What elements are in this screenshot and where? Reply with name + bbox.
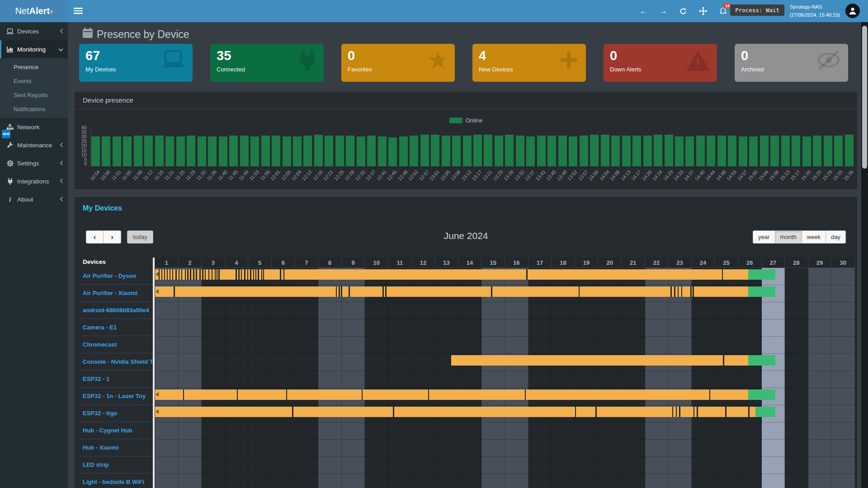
avatar[interactable] bbox=[845, 4, 860, 18]
next-month-button[interactable]: › bbox=[104, 230, 121, 244]
day-header-cell[interactable]: 29 bbox=[808, 258, 832, 267]
weekend-column[interactable] bbox=[831, 268, 855, 488]
presence-bar-online[interactable] bbox=[155, 286, 748, 297]
device-link[interactable]: LED strip bbox=[79, 461, 109, 468]
device-link[interactable]: Console - Nvidia Shield TV bbox=[79, 358, 153, 365]
day-header-cell[interactable]: 17 bbox=[528, 258, 552, 267]
day-header-cell[interactable]: 24 bbox=[692, 258, 715, 267]
day-header-cell[interactable]: 6 bbox=[272, 258, 295, 267]
day-header-cell[interactable]: 2 bbox=[179, 258, 202, 267]
day-header-cell[interactable]: 22 bbox=[645, 258, 669, 267]
presence-bar-current[interactable] bbox=[748, 389, 775, 400]
day-header-cell[interactable]: 30 bbox=[831, 258, 855, 267]
day-header-cell[interactable]: 13 bbox=[435, 258, 458, 267]
weekend-column[interactable] bbox=[318, 268, 342, 488]
chart-legend[interactable]: Online bbox=[75, 117, 857, 124]
weekend-column[interactable] bbox=[342, 268, 365, 488]
forward-icon[interactable]: → bbox=[658, 6, 668, 16]
day-header-cell[interactable]: 18 bbox=[552, 258, 575, 267]
day-header-cell[interactable]: 10 bbox=[365, 258, 388, 267]
sidebar-toggle-icon[interactable] bbox=[74, 6, 83, 15]
day-header-cell[interactable]: 9 bbox=[342, 258, 365, 267]
sidebar-item-devices[interactable]: Devices bbox=[0, 22, 68, 40]
weekend-column[interactable] bbox=[155, 268, 179, 488]
view-button-year[interactable]: year bbox=[753, 230, 775, 244]
presence-bar-current[interactable] bbox=[748, 286, 775, 297]
day-header-cell[interactable]: 16 bbox=[505, 258, 528, 267]
day-header-cell[interactable]: 15 bbox=[481, 258, 505, 267]
day-header-cell[interactable]: 8 bbox=[318, 258, 342, 267]
presence-bar-online[interactable] bbox=[155, 407, 755, 417]
day-header-cell[interactable]: 21 bbox=[622, 258, 645, 267]
presence-bar-online[interactable] bbox=[155, 389, 748, 400]
day-header-cell[interactable]: 23 bbox=[668, 258, 692, 267]
device-link[interactable]: Hub - Cygnet Hub bbox=[79, 427, 132, 434]
device-link[interactable]: Camera - E1 bbox=[79, 324, 117, 331]
refresh-icon[interactable] bbox=[678, 6, 688, 16]
scrollbar-thumb[interactable] bbox=[862, 26, 867, 169]
app-logo[interactable]: NetAlertx bbox=[0, 0, 68, 22]
sidebar-subitem-events[interactable]: Events bbox=[0, 74, 68, 88]
sidebar-item-monitoring[interactable]: Monitoring bbox=[0, 40, 68, 58]
weekend-column[interactable] bbox=[481, 268, 505, 488]
sidebar-item-maintenance[interactable]: NEW Maintenance bbox=[0, 136, 68, 154]
chart-x-label: 13:37 bbox=[524, 169, 536, 182]
day-header-cell[interactable]: 19 bbox=[575, 258, 599, 267]
sidebar-item-settings[interactable]: Settings bbox=[0, 154, 68, 172]
day-header-cell[interactable]: 1 bbox=[155, 258, 179, 267]
day-header-cell[interactable]: 14 bbox=[458, 258, 482, 267]
presence-bar-online[interactable] bbox=[451, 355, 748, 366]
today-column[interactable] bbox=[762, 268, 785, 488]
device-link[interactable]: Light - bedside B WiFi bbox=[79, 479, 144, 485]
move-icon[interactable] bbox=[698, 6, 708, 16]
device-link[interactable]: ESP32 - 1 bbox=[79, 375, 109, 382]
today-button[interactable]: today bbox=[127, 230, 153, 244]
device-link[interactable]: Chromecast bbox=[79, 341, 117, 348]
card-my-devices[interactable]: 67 My Devices bbox=[79, 44, 193, 82]
view-button-week[interactable]: week bbox=[802, 230, 826, 244]
day-header-cell[interactable]: 25 bbox=[715, 258, 738, 267]
device-link[interactable]: ESP32 - 1n - Laser Toy bbox=[79, 393, 146, 399]
day-header-cell[interactable]: 26 bbox=[738, 258, 762, 267]
device-link[interactable]: ESP32 - ttgo bbox=[79, 410, 118, 417]
prev-month-button[interactable]: ‹ bbox=[86, 230, 104, 244]
day-header-cell[interactable]: 3 bbox=[202, 258, 225, 267]
day-header-cell[interactable]: 28 bbox=[785, 258, 808, 267]
day-header-cell[interactable]: 4 bbox=[225, 258, 249, 267]
card-favorites[interactable]: 0 Favorites ★ bbox=[341, 44, 455, 82]
device-link[interactable]: Air Purifier - Dyson bbox=[79, 272, 136, 279]
weekend-column[interactable] bbox=[505, 268, 528, 488]
back-icon[interactable]: ← bbox=[638, 6, 648, 16]
sidebar-item-about[interactable]: i About bbox=[0, 190, 68, 208]
sidebar-subitem-presence[interactable]: Presence bbox=[0, 60, 68, 74]
view-button-day[interactable]: day bbox=[826, 230, 846, 244]
card-connected[interactable]: 35 Connected bbox=[210, 44, 324, 82]
stat-cards-row: 67 My Devices 35 Connected 0 Favorites ★… bbox=[79, 44, 848, 82]
card-down-alerts[interactable]: 0 Down Alerts bbox=[604, 44, 717, 82]
sidebar-subitem-notifications[interactable]: Notifications bbox=[0, 102, 68, 116]
presence-bar-current[interactable] bbox=[755, 407, 775, 417]
card-archived[interactable]: 0 Archived bbox=[735, 44, 848, 82]
view-button-month[interactable]: month bbox=[775, 230, 802, 244]
device-row: Camera - E1 bbox=[79, 319, 153, 336]
day-header-cell[interactable]: 7 bbox=[295, 258, 319, 267]
weekend-column[interactable] bbox=[808, 268, 832, 488]
device-link[interactable]: Air Purifier - Xiaomi bbox=[79, 290, 137, 296]
day-header-cell[interactable]: 27 bbox=[762, 258, 785, 267]
weekend-column[interactable] bbox=[179, 268, 202, 488]
weekend-column[interactable] bbox=[645, 268, 669, 488]
column-resizer-handle[interactable] bbox=[153, 258, 155, 488]
day-header-cell[interactable]: 11 bbox=[388, 258, 412, 267]
bell-icon[interactable]: 15 bbox=[718, 6, 728, 16]
day-header-cell[interactable]: 20 bbox=[598, 258, 622, 267]
card-new-devices[interactable]: 4 New Devices bbox=[472, 44, 586, 82]
presence-bar-current[interactable] bbox=[748, 355, 775, 366]
day-header-cell[interactable]: 12 bbox=[412, 258, 435, 267]
sidebar-item-integrations[interactable]: Integrations bbox=[0, 172, 68, 190]
device-link[interactable]: android-68608b93a00e4 bbox=[79, 307, 149, 314]
presence-bar-current[interactable] bbox=[748, 269, 775, 280]
device-link[interactable]: Hub - Xiaomi bbox=[79, 444, 118, 451]
sidebar-subitem-sent-reports[interactable]: Sent Reports bbox=[0, 88, 68, 102]
weekend-column[interactable] bbox=[668, 268, 692, 488]
day-header-cell[interactable]: 5 bbox=[248, 258, 272, 267]
